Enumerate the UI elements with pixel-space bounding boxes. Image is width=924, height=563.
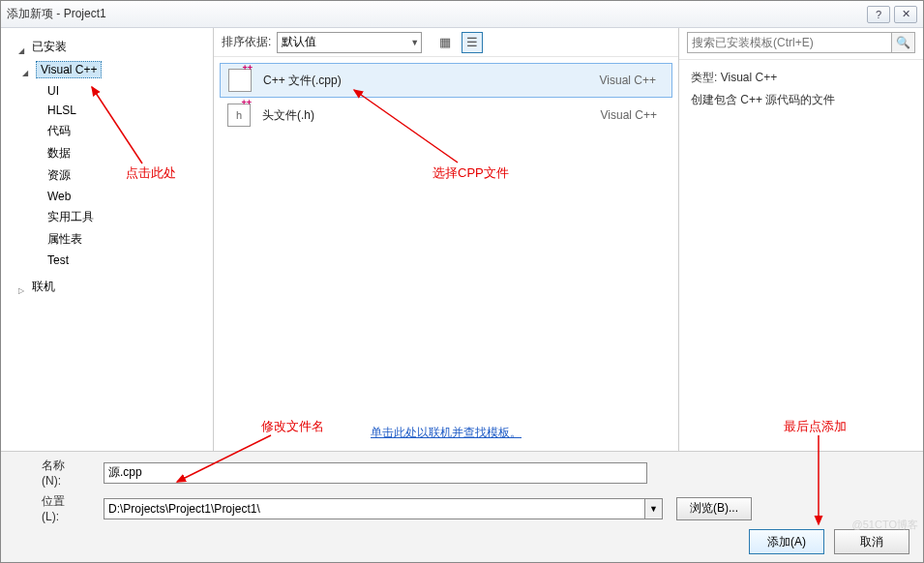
upper-area: 已安装 Visual C++ UI HLSL 代码 数据 资源 Web 实用工具… [1, 28, 923, 451]
header-file-icon: h [227, 104, 251, 127]
online-search-link-area: 单击此处以联机并查找模板。 [214, 417, 678, 451]
list-icon: ☰ [466, 35, 478, 49]
browse-button[interactable]: 浏览(B)... [676, 497, 752, 520]
add-new-item-dialog: 添加新项 - Project1 ? ✕ 已安装 Visual C++ UI HL… [0, 0, 924, 563]
template-cpp-file[interactable]: C++ 文件(.cpp) Visual C++ [220, 63, 672, 98]
search-input[interactable] [687, 32, 892, 53]
search-button[interactable]: 🔍 [892, 32, 915, 53]
tree-item-resource[interactable]: 资源 [1, 164, 213, 187]
description-text: 创建包含 C++ 源代码的文件 [691, 92, 911, 108]
type-value: Visual C++ [721, 71, 777, 84]
dialog-title: 添加新项 - Project1 [7, 6, 863, 22]
search-icon: 🔍 [896, 36, 910, 49]
template-toolbar: 排序依据: ▼ ▦ ☰ [214, 28, 678, 57]
titlebar: 添加新项 - Project1 ? ✕ [1, 1, 923, 28]
tree-item-test[interactable]: Test [1, 251, 213, 270]
type-label: 类型: [691, 70, 717, 86]
template-pane: 排序依据: ▼ ▦ ☰ C++ 文件(.cpp) Visual C++ [214, 28, 679, 451]
cancel-button[interactable]: 取消 [834, 529, 909, 554]
chevron-down-icon [22, 65, 32, 74]
name-label: 名称(N): [11, 458, 69, 488]
dropdown-arrow-icon: ▼ [410, 38, 419, 47]
tree-item-propsheet[interactable]: 属性表 [1, 228, 213, 251]
location-input[interactable] [104, 498, 645, 519]
tree-item-web[interactable]: Web [1, 187, 213, 206]
sort-select[interactable] [277, 32, 422, 53]
watermark: @51CTO博客 [852, 518, 918, 532]
help-button[interactable]: ? [867, 6, 890, 23]
online-search-link[interactable]: 单击此处以联机并查找模板。 [371, 426, 522, 439]
details-pane: 🔍 类型: Visual C++ 创建包含 C++ 源代码的文件 [679, 28, 923, 451]
sort-label: 排序依据: [222, 34, 271, 50]
search-area: 🔍 [679, 28, 923, 60]
template-header-file[interactable]: h 头文件(.h) Visual C++ [220, 98, 672, 133]
category-tree: 已安装 Visual C++ UI HLSL 代码 数据 资源 Web 实用工具… [1, 28, 214, 451]
chevron-right-icon [18, 282, 28, 292]
tree-item-utility[interactable]: 实用工具 [1, 206, 213, 228]
location-dropdown-button[interactable]: ▼ [645, 498, 663, 519]
close-button[interactable]: ✕ [894, 6, 917, 23]
view-list-button[interactable]: ☰ [462, 32, 483, 53]
tree-installed[interactable]: 已安装 [1, 36, 213, 58]
bottom-form: 名称(N): 位置(L): ▼ 浏览(B)... 添加(A) 取消 [1, 451, 923, 562]
tree-item-hlsl[interactable]: HLSL [1, 101, 213, 120]
tree-visual-cpp[interactable]: Visual C++ [1, 58, 213, 81]
cpp-file-icon [228, 69, 252, 92]
location-label: 位置(L): [11, 493, 69, 523]
tree-item-data[interactable]: 数据 [1, 142, 213, 164]
tree-online[interactable]: 联机 [1, 276, 213, 298]
template-description: 类型: Visual C++ 创建包含 C++ 源代码的文件 [679, 60, 923, 124]
tree-item-ui[interactable]: UI [1, 81, 213, 101]
view-small-icons-button[interactable]: ▦ [434, 32, 456, 53]
chevron-down-icon [18, 43, 28, 52]
template-list: C++ 文件(.cpp) Visual C++ h 头文件(.h) Visual… [214, 57, 678, 417]
dialog-content: 已安装 Visual C++ UI HLSL 代码 数据 资源 Web 实用工具… [1, 28, 923, 562]
name-input[interactable] [104, 462, 647, 484]
grid-small-icon: ▦ [439, 35, 451, 49]
chevron-down-icon: ▼ [649, 504, 658, 514]
add-button[interactable]: 添加(A) [749, 529, 824, 554]
tree-item-code[interactable]: 代码 [1, 120, 213, 142]
